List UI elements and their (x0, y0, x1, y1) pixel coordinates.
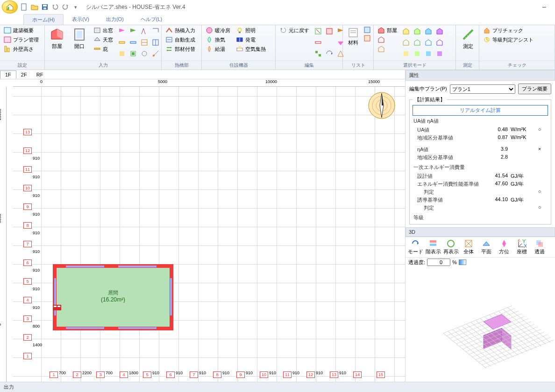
input-room[interactable]: 部屋 (47, 26, 67, 51)
tool-h3-icon[interactable] (139, 37, 149, 48)
minimize-button[interactable]: ─ (534, 0, 555, 14)
qat-undo-icon[interactable] (50, 2, 60, 12)
input-sky[interactable]: 天窓 (92, 35, 115, 44)
tab-help[interactable]: ヘルプ(L) (132, 14, 171, 25)
selmode-heya[interactable]: 部屋 (376, 26, 399, 35)
floor-tab-2f[interactable]: 2F (16, 71, 32, 78)
sm-c9-icon[interactable] (401, 49, 411, 59)
list-icon2[interactable] (363, 35, 371, 42)
tab-output[interactable]: 出力(O) (98, 14, 132, 25)
group-check-label: チェック (479, 61, 555, 70)
axis-v-7: 7 (190, 371, 198, 378)
sm-c11-icon[interactable] (423, 49, 434, 59)
3d-coord[interactable]: ZXY座標 (514, 239, 530, 255)
plan-canvas-area[interactable]: 1F 2F RF 0 5000 10000 15000 0 5000 10000… (0, 70, 406, 382)
floor-tab-rf[interactable]: RF (32, 71, 48, 78)
equip-kyuto[interactable]: 給湯 (204, 45, 232, 53)
3d-viewport[interactable] (406, 267, 555, 379)
tool-h4-icon[interactable] (150, 37, 161, 48)
axis-v-8: 8 (213, 371, 221, 378)
svg-point-25 (206, 28, 212, 33)
opacity-input[interactable] (427, 259, 450, 266)
edit-t7-icon[interactable] (324, 49, 334, 59)
qat-open-icon[interactable] (30, 2, 39, 12)
equip-shomei[interactable]: 照明 (234, 26, 268, 35)
plan-select[interactable]: プラン1 (450, 84, 515, 94)
3d-redisplay[interactable]: 再表示 (443, 239, 459, 255)
tool-b2-icon[interactable] (128, 49, 138, 59)
3d-trans[interactable]: 透過 (532, 239, 548, 255)
ua-head: UA値 ηA値 (413, 118, 548, 125)
equip-kanki[interactable]: 換気 (204, 35, 232, 44)
group-measure-label: 測定 (456, 61, 479, 70)
selmode-r2[interactable] (376, 35, 399, 44)
edit-undo[interactable]: 元に戻す (278, 26, 311, 35)
equip-danbou[interactable]: 暖冷房 (204, 26, 232, 35)
axis-h-10: 10 (23, 185, 32, 191)
measure-btn[interactable]: 測定 (458, 26, 478, 51)
check-grade[interactable]: 等級判定アシスト (481, 35, 535, 44)
svg-rect-42 (404, 51, 408, 56)
sm-c3-icon[interactable] (423, 26, 434, 36)
list-zairyo[interactable]: 材料 (345, 26, 362, 47)
tab-home[interactable]: ホーム(H) (23, 14, 64, 25)
sm-c10-icon[interactable] (412, 49, 422, 59)
sm-c12-icon[interactable] (434, 49, 445, 59)
sm-c4-icon[interactable] (434, 26, 445, 36)
app-icon[interactable] (2, 0, 18, 14)
equip-kuuki[interactable]: 空気集熱 (234, 45, 268, 53)
tool-h1-icon[interactable] (117, 37, 127, 48)
selmode-r3[interactable] (376, 45, 399, 53)
settings-planmgmt[interactable]: プラン管理 (2, 35, 41, 44)
edit-t2-icon[interactable] (324, 26, 334, 36)
edit-t1-icon[interactable] (313, 26, 323, 36)
input-eave[interactable]: 庇 (92, 45, 115, 53)
settings-wallheight[interactable]: 外壁高さ (2, 45, 41, 53)
qat-dropdown-icon[interactable]: ▾ (71, 2, 80, 12)
room-shape[interactable]: 居間 (16.20m²) (53, 264, 173, 330)
bridge-input[interactable]: 熱橋入力 (164, 26, 197, 35)
bridge-auto[interactable]: 自動生成 (164, 35, 197, 44)
tab-view[interactable]: 表示(V) (64, 14, 98, 25)
3d-plane[interactable]: 平面 (478, 239, 494, 255)
tool-b4-icon[interactable] (150, 49, 161, 59)
list-icon1[interactable] (363, 26, 371, 34)
sm-c2-icon[interactable] (412, 26, 422, 36)
tool-green-flag-icon[interactable] (128, 26, 138, 36)
qat-redo-icon[interactable] (61, 2, 70, 12)
tool-b3-icon[interactable] (139, 49, 149, 59)
sm-c8-icon[interactable] (434, 37, 445, 48)
qat-save-icon[interactable] (40, 2, 50, 12)
floor-tab-1f[interactable]: 1F (0, 70, 16, 79)
3d-dir[interactable]: 方位 (496, 239, 512, 255)
tool-line2-icon[interactable] (150, 26, 161, 36)
ruler-top: 0 5000 10000 15000 (13, 79, 405, 87)
3d-all[interactable]: 全体 (461, 239, 477, 255)
edit-t6-icon[interactable] (313, 49, 323, 59)
sm-c1-icon[interactable] (401, 26, 411, 36)
realtime-calc-button[interactable]: リアルタイム計算 (413, 105, 548, 116)
bridge-swap[interactable]: 部材付替 (164, 45, 197, 53)
equip-hatsuden[interactable]: 発電 (234, 35, 268, 44)
axis-v-10: 10 (260, 371, 268, 378)
group-selmode-label: 選択モード (374, 61, 455, 70)
tool-h2-icon[interactable] (128, 37, 138, 48)
editing-plan-label: 編集中プラン(P) (409, 85, 447, 92)
3d-mode[interactable]: モード (407, 239, 423, 255)
input-opening[interactable]: 開口 (69, 26, 90, 51)
tool-b1-icon[interactable] (117, 49, 127, 59)
tool-pink-flag-icon[interactable] (117, 26, 127, 36)
input-bay[interactable]: 出窓 (92, 26, 115, 35)
check-pre[interactable]: プリチェック (481, 26, 535, 35)
3d-floor[interactable]: 階表示 (425, 239, 441, 255)
axis-v-14: 14 (353, 371, 362, 378)
svg-rect-61 (538, 242, 543, 247)
edit-t4-icon[interactable] (313, 37, 323, 48)
qat-new-icon[interactable] (20, 2, 29, 12)
tool-line1-icon[interactable] (139, 26, 149, 36)
sm-c7-icon[interactable] (423, 37, 434, 48)
plan-overview-button[interactable]: プラン概要 (518, 84, 551, 94)
sm-c6-icon[interactable] (412, 37, 422, 48)
settings-overview[interactable]: 建築概要 (2, 26, 41, 35)
sm-c5-icon[interactable] (401, 37, 411, 48)
